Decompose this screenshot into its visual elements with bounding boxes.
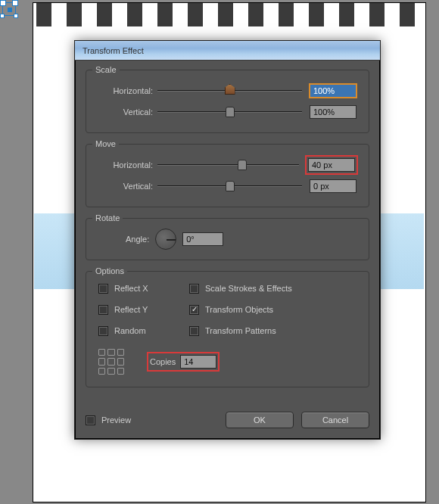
move-h-label: Horizontal: bbox=[98, 160, 157, 170]
scale-strokes-checkbox[interactable]: Scale Strokes & Effects bbox=[189, 282, 292, 294]
angle-label: Angle: bbox=[126, 235, 149, 244]
options-group: Options Reflect X Reflect Y Random bbox=[86, 271, 369, 387]
selection-handles[interactable] bbox=[2, 2, 16, 16]
options-legend: Options bbox=[92, 266, 127, 275]
random-checkbox[interactable]: Random bbox=[98, 325, 189, 337]
scale-v-input[interactable] bbox=[310, 105, 356, 119]
move-legend: Move bbox=[92, 139, 119, 148]
preview-label: Preview bbox=[101, 415, 131, 425]
copies-label: Copies bbox=[150, 357, 176, 366]
copies-input[interactable] bbox=[180, 355, 216, 369]
dialog-titlebar[interactable]: Transform Effect bbox=[75, 41, 380, 61]
cancel-button[interactable]: Cancel bbox=[301, 412, 369, 428]
scale-h-input[interactable] bbox=[310, 84, 356, 98]
transform-objects-checkbox[interactable]: Transform Objects bbox=[189, 303, 292, 316]
reflect-x-label: Reflect X bbox=[114, 284, 148, 293]
transform-patterns-checkbox[interactable]: Transform Patterns bbox=[189, 325, 292, 337]
move-h-slider[interactable] bbox=[157, 160, 299, 170]
move-v-label: Vertical: bbox=[98, 182, 157, 191]
reflect-x-checkbox[interactable]: Reflect X bbox=[98, 282, 189, 294]
scale-h-label: Horizontal: bbox=[98, 86, 157, 95]
scale-legend: Scale bbox=[92, 65, 120, 74]
reflect-y-label: Reflect Y bbox=[114, 305, 148, 314]
angle-input[interactable] bbox=[182, 232, 223, 246]
scale-h-slider[interactable] bbox=[157, 86, 302, 96]
random-label: Random bbox=[114, 326, 146, 335]
move-v-slider[interactable] bbox=[157, 181, 302, 191]
transform-effect-dialog: Transform Effect Scale Horizontal: Verti… bbox=[74, 40, 381, 440]
angle-dial[interactable] bbox=[155, 229, 176, 250]
dialog-title: Transform Effect bbox=[83, 46, 144, 55]
film-sprocket-row bbox=[33, 3, 426, 26]
move-h-input[interactable] bbox=[308, 158, 355, 172]
scale-v-slider[interactable] bbox=[157, 107, 302, 117]
move-group: Move Horizontal: Vertical: bbox=[86, 144, 369, 207]
rotate-group: Rotate Angle: bbox=[86, 218, 369, 260]
anchor-point-grid[interactable] bbox=[98, 349, 124, 375]
scale-v-label: Vertical: bbox=[98, 107, 157, 117]
rotate-legend: Rotate bbox=[92, 213, 123, 222]
transform-patterns-label: Transform Patterns bbox=[205, 326, 276, 335]
move-v-input[interactable] bbox=[310, 179, 356, 193]
scale-group: Scale Horizontal: Vertical: bbox=[86, 70, 369, 133]
scale-strokes-label: Scale Strokes & Effects bbox=[205, 284, 292, 293]
transform-objects-label: Transform Objects bbox=[205, 305, 273, 314]
reflect-y-checkbox[interactable]: Reflect Y bbox=[98, 303, 189, 316]
preview-checkbox[interactable]: Preview bbox=[86, 414, 131, 426]
ok-button[interactable]: OK bbox=[226, 412, 294, 428]
